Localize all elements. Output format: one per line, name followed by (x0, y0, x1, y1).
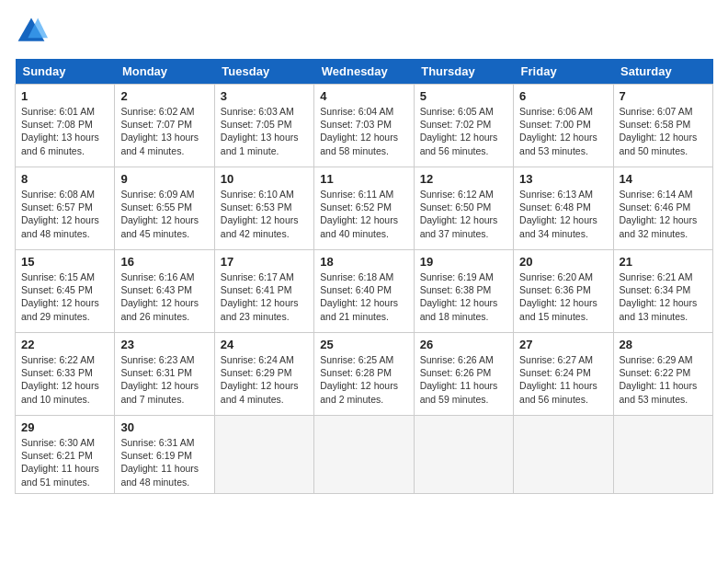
cell-info: Sunrise: 6:26 AM Sunset: 6:26 PM Dayligh… (420, 353, 507, 406)
table-row: 14Sunrise: 6:14 AM Sunset: 6:46 PM Dayli… (613, 167, 712, 250)
day-number: 20 (519, 255, 607, 269)
cell-info: Sunrise: 6:08 AM Sunset: 6:57 PM Dayligh… (21, 188, 108, 240)
table-row: 15Sunrise: 6:15 AM Sunset: 6:45 PM Dayli… (16, 250, 115, 333)
day-number: 26 (420, 338, 507, 351)
table-row: 13Sunrise: 6:13 AM Sunset: 6:48 PM Dayli… (514, 167, 613, 250)
day-number: 24 (221, 338, 308, 351)
cell-info: Sunrise: 6:15 AM Sunset: 6:45 PM Dayligh… (21, 270, 108, 323)
calendar-week: 29Sunrise: 6:30 AM Sunset: 6:21 PM Dayli… (16, 416, 713, 494)
day-number: 5 (420, 89, 507, 103)
day-number: 30 (120, 420, 208, 434)
day-number: 8 (21, 172, 108, 186)
day-number: 15 (21, 255, 108, 269)
day-number: 13 (519, 172, 607, 186)
calendar-table: Sunday Monday Tuesday Wednesday Thursday… (15, 59, 713, 494)
cell-info: Sunrise: 6:31 AM Sunset: 6:19 PM Dayligh… (120, 436, 208, 488)
logo-icon (15, 15, 48, 48)
cell-info: Sunrise: 6:20 AM Sunset: 6:36 PM Dayligh… (519, 270, 607, 323)
col-thursday: Thursday (414, 59, 513, 85)
table-row: 28Sunrise: 6:29 AM Sunset: 6:22 PM Dayli… (613, 333, 712, 416)
cell-info: Sunrise: 6:04 AM Sunset: 7:03 PM Dayligh… (320, 105, 407, 157)
calendar-week: 15Sunrise: 6:15 AM Sunset: 6:45 PM Dayli… (16, 250, 713, 333)
table-row: 6Sunrise: 6:06 AM Sunset: 7:00 PM Daylig… (514, 85, 613, 167)
logo (15, 15, 53, 48)
day-number: 22 (21, 338, 108, 351)
cell-info: Sunrise: 6:23 AM Sunset: 6:31 PM Dayligh… (120, 353, 208, 406)
table-row: 2Sunrise: 6:02 AM Sunset: 7:07 PM Daylig… (115, 85, 214, 167)
day-number: 7 (620, 89, 707, 103)
day-number: 12 (420, 172, 507, 186)
col-sunday: Sunday (16, 59, 115, 85)
table-row: 29Sunrise: 6:30 AM Sunset: 6:21 PM Dayli… (16, 416, 115, 494)
table-row: 26Sunrise: 6:26 AM Sunset: 6:26 PM Dayli… (414, 333, 513, 416)
table-row: 27Sunrise: 6:27 AM Sunset: 6:24 PM Dayli… (514, 333, 613, 416)
day-number: 14 (620, 172, 707, 186)
table-row: 3Sunrise: 6:03 AM Sunset: 7:05 PM Daylig… (214, 85, 313, 167)
cell-info: Sunrise: 6:14 AM Sunset: 6:46 PM Dayligh… (620, 188, 707, 240)
cell-info: Sunrise: 6:05 AM Sunset: 7:02 PM Dayligh… (420, 105, 507, 157)
table-row: 22Sunrise: 6:22 AM Sunset: 6:33 PM Dayli… (16, 333, 115, 416)
table-row: 1Sunrise: 6:01 AM Sunset: 7:08 PM Daylig… (16, 85, 115, 167)
cell-info: Sunrise: 6:25 AM Sunset: 6:28 PM Dayligh… (320, 353, 407, 406)
table-row: 17Sunrise: 6:17 AM Sunset: 6:41 PM Dayli… (214, 250, 313, 333)
table-row: 16Sunrise: 6:16 AM Sunset: 6:43 PM Dayli… (115, 250, 214, 333)
cell-info: Sunrise: 6:06 AM Sunset: 7:00 PM Dayligh… (519, 105, 607, 157)
day-number: 27 (519, 338, 607, 351)
cell-info: Sunrise: 6:16 AM Sunset: 6:43 PM Dayligh… (120, 270, 208, 323)
day-number: 19 (420, 255, 507, 269)
cell-info: Sunrise: 6:12 AM Sunset: 6:50 PM Dayligh… (420, 188, 507, 240)
day-number: 23 (120, 338, 208, 351)
table-row: 4Sunrise: 6:04 AM Sunset: 7:03 PM Daylig… (314, 85, 414, 167)
day-number: 17 (221, 255, 308, 269)
cell-info: Sunrise: 6:19 AM Sunset: 6:38 PM Dayligh… (420, 270, 507, 323)
col-friday: Friday (514, 59, 613, 85)
col-wednesday: Wednesday (314, 59, 414, 85)
cell-info: Sunrise: 6:07 AM Sunset: 6:58 PM Dayligh… (620, 105, 707, 157)
day-number: 4 (320, 89, 407, 103)
day-number: 6 (519, 89, 607, 103)
cell-info: Sunrise: 6:13 AM Sunset: 6:48 PM Dayligh… (519, 188, 607, 240)
table-row: 24Sunrise: 6:24 AM Sunset: 6:29 PM Dayli… (214, 333, 313, 416)
header (15, 15, 713, 48)
col-saturday: Saturday (613, 59, 712, 85)
table-row: 23Sunrise: 6:23 AM Sunset: 6:31 PM Dayli… (115, 333, 214, 416)
col-monday: Monday (115, 59, 214, 85)
table-row: 10Sunrise: 6:10 AM Sunset: 6:53 PM Dayli… (214, 167, 313, 250)
cell-info: Sunrise: 6:30 AM Sunset: 6:21 PM Dayligh… (21, 436, 108, 488)
day-number: 16 (120, 255, 208, 269)
table-row: 18Sunrise: 6:18 AM Sunset: 6:40 PM Dayli… (314, 250, 414, 333)
cell-info: Sunrise: 6:10 AM Sunset: 6:53 PM Dayligh… (221, 188, 308, 240)
cell-info: Sunrise: 6:02 AM Sunset: 7:07 PM Dayligh… (120, 105, 208, 157)
cell-info: Sunrise: 6:17 AM Sunset: 6:41 PM Dayligh… (221, 270, 308, 323)
day-number: 2 (120, 89, 208, 103)
day-number: 10 (221, 172, 308, 186)
day-number: 28 (620, 338, 707, 351)
day-number: 3 (221, 89, 308, 103)
table-row: 19Sunrise: 6:19 AM Sunset: 6:38 PM Dayli… (414, 250, 513, 333)
cell-info: Sunrise: 6:03 AM Sunset: 7:05 PM Dayligh… (221, 105, 308, 157)
cell-info: Sunrise: 6:27 AM Sunset: 6:24 PM Dayligh… (519, 353, 607, 406)
cell-info: Sunrise: 6:29 AM Sunset: 6:22 PM Dayligh… (620, 353, 707, 406)
cell-info: Sunrise: 6:24 AM Sunset: 6:29 PM Dayligh… (221, 353, 308, 406)
cell-info: Sunrise: 6:09 AM Sunset: 6:55 PM Dayligh… (120, 188, 208, 240)
calendar-week: 1Sunrise: 6:01 AM Sunset: 7:08 PM Daylig… (16, 85, 713, 167)
table-row: 11Sunrise: 6:11 AM Sunset: 6:52 PM Dayli… (314, 167, 414, 250)
calendar-week: 22Sunrise: 6:22 AM Sunset: 6:33 PM Dayli… (16, 333, 713, 416)
day-number: 18 (320, 255, 407, 269)
table-row: 30Sunrise: 6:31 AM Sunset: 6:19 PM Dayli… (115, 416, 214, 494)
table-row (414, 416, 513, 494)
day-number: 25 (320, 338, 407, 351)
table-row: 8Sunrise: 6:08 AM Sunset: 6:57 PM Daylig… (16, 167, 115, 250)
table-row (314, 416, 414, 494)
day-number: 29 (21, 420, 108, 434)
table-row: 7Sunrise: 6:07 AM Sunset: 6:58 PM Daylig… (613, 85, 712, 167)
calendar-week: 8Sunrise: 6:08 AM Sunset: 6:57 PM Daylig… (16, 167, 713, 250)
table-row: 20Sunrise: 6:20 AM Sunset: 6:36 PM Dayli… (514, 250, 613, 333)
cell-info: Sunrise: 6:11 AM Sunset: 6:52 PM Dayligh… (320, 188, 407, 240)
table-row: 25Sunrise: 6:25 AM Sunset: 6:28 PM Dayli… (314, 333, 414, 416)
cell-info: Sunrise: 6:21 AM Sunset: 6:34 PM Dayligh… (620, 270, 707, 323)
table-row (514, 416, 613, 494)
day-number: 21 (620, 255, 707, 269)
table-row: 12Sunrise: 6:12 AM Sunset: 6:50 PM Dayli… (414, 167, 513, 250)
day-number: 1 (21, 89, 108, 103)
